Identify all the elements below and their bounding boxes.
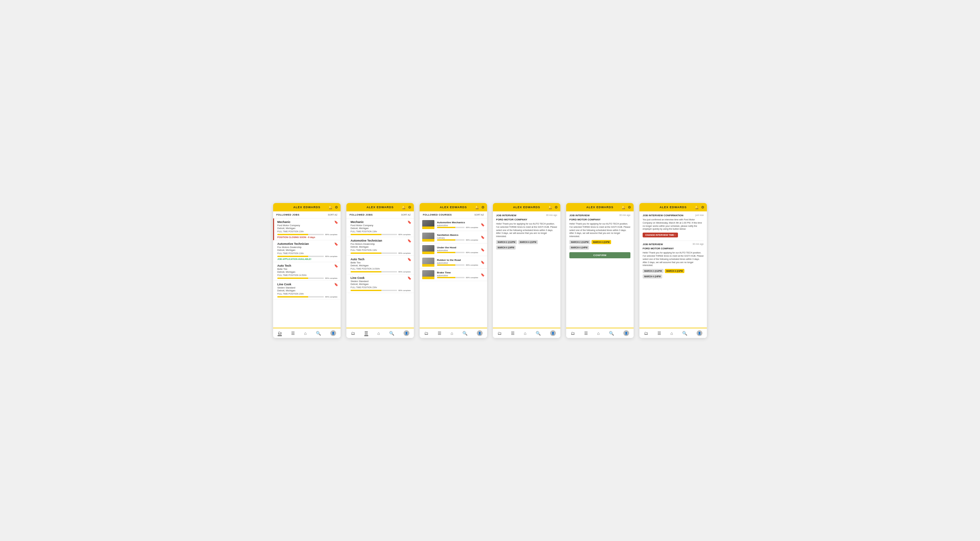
header-4: Alex Edwards 🔔 ⚙ (493, 203, 560, 212)
job-item-2-1[interactable]: 🔖 Mechanic Ford Motor Company Detroit, M… (346, 218, 414, 237)
progress-bg-1-4 (277, 296, 324, 298)
progress-pct-1-3: 66% complete (325, 277, 337, 279)
gear-icon-1[interactable]: ⚙ (335, 205, 338, 210)
bookmark-icon-3-2[interactable]: 🔖 (481, 235, 485, 239)
change-interview-button-6[interactable]: CHANGE INTERVIEW TIME › (643, 232, 678, 237)
avatar-1[interactable]: 👤 (330, 330, 336, 336)
bell-icon-5[interactable]: 🔔 (621, 205, 626, 210)
time-slot-5-2[interactable]: MARCH 4 @1PM (592, 240, 611, 244)
nav-search-2[interactable]: 🔍 (389, 331, 394, 336)
time-slot-4-3[interactable]: MARCH 4 @4PM (496, 245, 516, 250)
nav-search-5[interactable]: 🔍 (609, 331, 614, 336)
bookmark-icon-2-4[interactable]: 🔖 (407, 276, 411, 280)
nav-briefcase-6[interactable]: 🗂 (644, 331, 648, 336)
nav-home-5[interactable]: ⌂ (597, 331, 600, 336)
time-slot-4-2[interactable]: MARCH 4 @1PM (518, 240, 538, 244)
time-slot-6-2-1[interactable]: MARCH 2 @12PM (643, 269, 663, 273)
nav-home-4[interactable]: ⌂ (524, 331, 527, 336)
course-item-3-3[interactable]: Under the Hood automotive 66% complete 🔖 (420, 243, 487, 256)
course-title-3-1: Automotive Mechanics (437, 221, 478, 224)
time-slot-5-1[interactable]: MARCH 2 @12PM (570, 240, 590, 244)
progress-pct-1-2: 66% complete (325, 255, 337, 257)
course-thumb-3-4 (422, 258, 434, 267)
nav-list-1[interactable]: ☰ (291, 331, 295, 336)
time-slot-4-1[interactable]: MARCH 2 @12PM (496, 240, 517, 244)
bookmark-icon-1-2[interactable]: 🔖 (334, 242, 338, 246)
job-item-1-4[interactable]: 🔖 Line Cook Sleden Standard Detroit, Mic… (273, 281, 340, 299)
job-item-1-1[interactable]: 🔖 Mechanic Ford Motor Company Detroit, M… (273, 218, 340, 240)
nav-list-6[interactable]: ☰ (657, 331, 661, 336)
bookmark-icon-1-4[interactable]: 🔖 (334, 283, 338, 286)
nav-briefcase-3[interactable]: 🗂 (424, 331, 428, 336)
course-thumb-3-1 (422, 220, 434, 229)
bookmark-icon-3-1[interactable]: 🔖 (481, 223, 485, 226)
gear-icon-5[interactable]: ⚙ (628, 205, 631, 210)
gear-icon-2[interactable]: ⚙ (408, 205, 411, 210)
time-slot-6-2-3[interactable]: MARCH 4 @4PM (643, 274, 662, 278)
job-item-1-2[interactable]: 🔖 Automotive Technician Fox Motors Deale… (273, 240, 340, 262)
nav-briefcase-5[interactable]: 🗂 (571, 331, 575, 336)
avatar-6[interactable]: 👤 (697, 330, 702, 336)
bookmark-icon-3-5[interactable]: 🔖 (481, 273, 485, 277)
job-item-1-3[interactable]: 🔖 Auto Tech Belle Tire Detroit, Michigan… (273, 262, 340, 281)
avatar-4[interactable]: 👤 (550, 330, 556, 336)
bookmark-icon-1-3[interactable]: 🔖 (334, 264, 338, 267)
nav-search-1[interactable]: 🔍 (316, 331, 321, 336)
bookmark-icon-3-3[interactable]: 🔖 (481, 248, 485, 251)
course-item-3-2[interactable]: Sanitation Basics culinary 66% complete … (420, 231, 487, 243)
nav-search-4[interactable]: 🔍 (536, 331, 541, 336)
progress-pct-1-4: 66% complete (325, 296, 337, 298)
bookmark-icon-1-1[interactable]: 🔖 (334, 220, 338, 224)
nav-search-6[interactable]: 🔍 (682, 331, 687, 336)
course-item-3-5[interactable]: Brake Time automotive 66% complete 🔖 (420, 269, 487, 281)
confirm-button-5[interactable]: CONFIRM (570, 252, 630, 258)
bell-icon-1[interactable]: 🔔 (328, 205, 333, 210)
course-title-3-2: Sanitation Basics (437, 234, 478, 236)
section-bar-3: FOLLOWED COURSES SORT AZ (420, 212, 487, 218)
interview-body-4: Hello! Thank you for applying for our AU… (496, 222, 557, 238)
sort-button-2[interactable]: SORT AZ (401, 214, 410, 216)
time-slot-5-3[interactable]: MARCH 4 @4PM (570, 245, 589, 250)
avatar-3[interactable]: 👤 (477, 330, 483, 336)
job-item-2-2[interactable]: 🔖 Automotive Technician Fox Motors Deale… (346, 237, 414, 256)
bell-icon-6[interactable]: 🔔 (695, 205, 699, 210)
job-progress-row-1-4: 66% complete (277, 296, 337, 298)
interview-label-4: JOB INTERVIEW (496, 214, 516, 217)
bookmark-icon-2-3[interactable]: 🔖 (407, 258, 411, 261)
bookmark-icon-2-2[interactable]: 🔖 (407, 239, 411, 243)
interview-time-ago-4: 30 min ago (546, 214, 557, 216)
job-title-2-3: Auto Tech (350, 258, 410, 261)
nav-list-2[interactable]: ☰ (364, 331, 368, 336)
nav-briefcase-2[interactable]: 🗂 (351, 331, 355, 336)
bookmark-icon-3-4[interactable]: 🔖 (481, 261, 485, 264)
sort-button-3[interactable]: SORT AZ (474, 214, 484, 216)
sort-button-1[interactable]: SORT AZ (328, 214, 337, 216)
nav-home-3[interactable]: ⌂ (451, 331, 453, 336)
nav-home-6[interactable]: ⌂ (671, 331, 673, 336)
time-slot-6-2-2[interactable]: MARCH 4 @1PM (665, 269, 684, 273)
course-thumb-3-5 (422, 270, 434, 279)
nav-list-3[interactable]: ☰ (438, 331, 441, 336)
job-item-2-4[interactable]: 🔖 Line Cook Sleden Standard Detroit, Mic… (346, 274, 414, 293)
bell-icon-3[interactable]: 🔔 (475, 205, 479, 210)
nav-search-3[interactable]: 🔍 (462, 331, 468, 336)
course-item-3-1[interactable]: Automotive Mechanics automotive 66% comp… (420, 218, 487, 231)
gear-icon-4[interactable]: ⚙ (555, 205, 558, 210)
bell-icon-2[interactable]: 🔔 (402, 205, 406, 210)
bookmark-icon-2-1[interactable]: 🔖 (407, 220, 411, 224)
course-title-3-4: Rubber to the Road (437, 259, 478, 261)
avatar-5[interactable]: 👤 (624, 330, 629, 336)
nav-briefcase-4[interactable]: 🗂 (497, 331, 501, 336)
nav-briefcase-1[interactable]: 🗂 (278, 331, 282, 336)
nav-home-2[interactable]: ⌂ (377, 331, 380, 336)
gear-icon-3[interactable]: ⚙ (481, 205, 485, 210)
bell-icon-4[interactable]: 🔔 (548, 205, 553, 210)
nav-home-1[interactable]: ⌂ (304, 331, 307, 336)
course-item-3-4[interactable]: Rubber to the Road automotive 66% comple… (420, 256, 487, 269)
nav-list-5[interactable]: ☰ (584, 331, 588, 336)
job-item-2-3[interactable]: 🔖 Auto Tech Belle Tire Detroit, Michigan… (346, 256, 414, 274)
gear-icon-6[interactable]: ⚙ (701, 205, 704, 210)
header-title-1: Alex Edwards (293, 205, 321, 209)
avatar-2[interactable]: 👤 (404, 330, 409, 336)
nav-list-4[interactable]: ☰ (511, 331, 515, 336)
